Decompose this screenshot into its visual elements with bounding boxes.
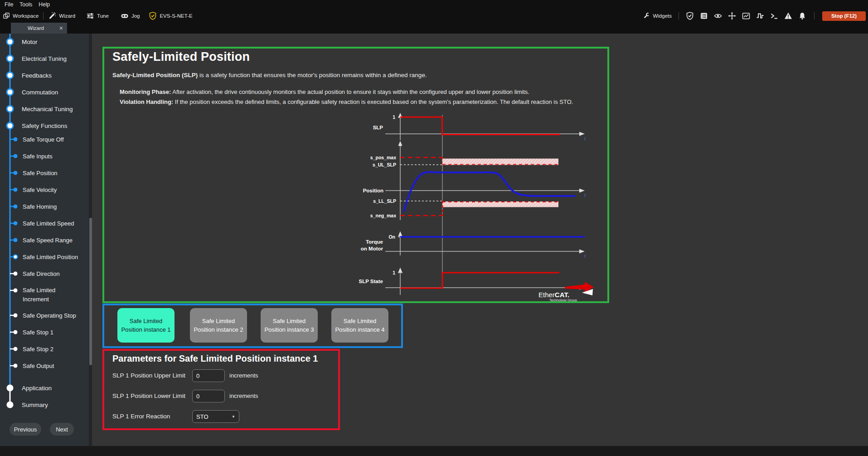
diagram-label-slp: SLP (373, 125, 383, 130)
violation-handling-text: Violation Handling: If the position exce… (120, 98, 573, 105)
slp-state-tick-1: 1 (393, 270, 395, 275)
jog-button[interactable]: Jog (121, 12, 140, 20)
sidebar-item-safe-output[interactable]: Safe Output (23, 363, 54, 369)
slp-state-signal (400, 273, 559, 288)
svg-text:Technology Group: Technology Group (549, 298, 577, 302)
sidebar-item-safe-stop-2[interactable]: Safe Stop 2 (23, 346, 53, 353)
param-row-upper-limit: SLP 1 Position Upper Limit increments (112, 369, 303, 382)
diagram-label-slp-state: SLP State (359, 279, 383, 284)
upper-limit-violation-band (442, 159, 558, 165)
wizard-pen-icon (48, 12, 56, 20)
instance-4-button[interactable]: Safe Limited Position instance 4 (331, 308, 388, 343)
instance-2-button[interactable]: Safe Limited Position instance 2 (190, 308, 247, 343)
move-icon[interactable] (728, 12, 736, 20)
svg-text:EtherCAT.: EtherCAT. (538, 291, 569, 299)
toolbar-separator (814, 12, 815, 20)
sidebar-item-safe-limited-speed[interactable]: Safe Limited Speed (23, 220, 74, 227)
sidebar-item-safe-velocity[interactable]: Safe Velocity (23, 186, 57, 193)
error-reaction-label: SLP 1 Error Reaction (112, 410, 170, 423)
main-content-panel: Safely-Limited Position Safely-Limited P… (92, 34, 868, 446)
lower-limit-label: SLP 1 Position Lower Limit (112, 389, 185, 403)
jog-gamepad-icon (121, 12, 129, 20)
sidebar-scrollbar-thumb[interactable] (89, 218, 92, 365)
time-axis-label: t (584, 135, 586, 142)
previous-button[interactable]: Previous (10, 423, 41, 436)
workspace-button[interactable]: Workspace (3, 12, 39, 20)
ethercat-logo: EtherCAT. Technology Group (538, 282, 594, 302)
stop-button[interactable]: Stop (F12) (822, 11, 866, 21)
sidebar-item-mechanical-tuning[interactable]: Mechanical Tuning (22, 106, 73, 113)
sidebar-item-application[interactable]: Application (22, 385, 52, 392)
monitoring-phase-text: Monitoring Phase: After activation, the … (120, 88, 529, 95)
toolbar-left: Workspace Wizard Tune (3, 9, 193, 23)
menu-tools[interactable]: Tools (19, 1, 32, 8)
sidebar-scrollbar-track (89, 34, 92, 446)
time-axis-label: t (584, 192, 586, 198)
close-icon[interactable]: × (59, 24, 63, 33)
diagram-label-s-ll-slp: s_LL_SLP (373, 198, 396, 204)
eye-icon[interactable] (714, 12, 722, 20)
device-shield-icon (149, 12, 157, 20)
sidebar-item-summary[interactable]: Summary (22, 402, 48, 408)
terminal-icon[interactable] (770, 12, 778, 20)
page-title: Safely-Limited Position (112, 50, 250, 64)
sidebar-item-safe-homing[interactable]: Safe Homing (23, 203, 57, 210)
slp-tick-1: 1 (393, 114, 395, 120)
sidebar-item-safe-torque-off[interactable]: Safe Torque Off (23, 136, 64, 143)
tab-wizard[interactable]: Wizard × (11, 23, 67, 34)
param-row-lower-limit: SLP 1 Position Lower Limit increments (112, 389, 303, 403)
toolbar-separator (679, 12, 679, 20)
wizard-button[interactable]: Wizard (48, 12, 75, 20)
chart-line-icon[interactable] (742, 12, 750, 20)
error-reaction-select[interactable]: STO ▼ (192, 410, 239, 423)
application-window: File Tools Help Workspace Wizard (0, 0, 868, 456)
tune-button[interactable]: Tune (86, 12, 109, 20)
sidebar-item-safety-functions[interactable]: Safety Functions (22, 123, 68, 129)
lower-limit-unit: increments (229, 389, 258, 403)
diagram-label-position: Position (363, 188, 383, 193)
sidebar-item-motor[interactable]: Motor (22, 39, 38, 45)
diagram-label-on-motor: on Motor (361, 246, 383, 251)
sidebar-item-safe-limited-position[interactable]: Safe Limited Position (23, 254, 78, 260)
next-button[interactable]: Next (50, 423, 74, 436)
workspace-icon (3, 12, 10, 20)
upper-limit-label: SLP 1 Position Upper Limit (112, 369, 185, 382)
menu-help[interactable]: Help (39, 1, 50, 8)
sidebar-item-safe-stop-1[interactable]: Safe Stop 1 (23, 329, 53, 336)
menubar: File Tools Help (0, 0, 868, 9)
lower-limit-input[interactable] (192, 390, 225, 402)
diagram-label-s-ul-slp: s_UL_SLP (373, 162, 396, 167)
sidebar-item-safe-inputs[interactable]: Safe Inputs (23, 153, 53, 160)
list-icon[interactable] (700, 12, 708, 20)
param-row-error-reaction: SLP 1 Error Reaction STO ▼ (112, 410, 303, 423)
lower-limit-violation-band (442, 201, 558, 207)
sidebar-item-commutation[interactable]: Commutation (22, 89, 58, 96)
sidebar-item-safe-speed-range[interactable]: Safe Speed Range (23, 237, 73, 244)
instance-1-button[interactable]: Safe Limited Position instance 1 (117, 308, 175, 343)
torque-tick-on: On (388, 234, 395, 240)
bell-icon[interactable] (798, 12, 806, 20)
instance-3-button[interactable]: Safe Limited Position instance 3 (261, 308, 318, 343)
wizard-sidebar: Motor Electrical Tuning Feedbacks Commut… (0, 34, 89, 446)
shield-check-icon[interactable] (686, 12, 694, 20)
menu-file[interactable]: File (5, 1, 13, 8)
sidebar-item-safe-direction[interactable]: Safe Direction (23, 270, 60, 277)
time-axis-label: t (584, 253, 586, 259)
sidebar-item-safe-limited-increment[interactable]: Safe Limited Increment (23, 286, 77, 304)
bottom-strip (0, 446, 868, 456)
parameters-heading: Parameters for Safe Limited Position ins… (112, 353, 318, 364)
toolbar-separator (43, 12, 44, 20)
sidebar-item-feedbacks[interactable]: Feedbacks (22, 72, 52, 79)
page-intro: Safely-Limited Position (SLP) is a safet… (112, 72, 427, 78)
sidebar-item-safe-operating-stop[interactable]: Safe Operating Stop (23, 312, 76, 319)
square-wave-icon[interactable] (756, 12, 764, 20)
sidebar-item-electrical-tuning[interactable]: Electrical Tuning (22, 55, 67, 62)
sidebar-item-safe-position[interactable]: Safe Position (23, 170, 58, 177)
upper-limit-input[interactable] (192, 369, 225, 382)
device-status[interactable]: EVS-S-NET-E (149, 12, 192, 20)
diagram-label-s-neg-max: s_neg_max (370, 213, 396, 218)
chevron-down-icon: ▼ (232, 415, 235, 419)
warning-icon[interactable] (784, 12, 792, 20)
tab-bar: Wizard × (0, 23, 868, 34)
widgets-button[interactable]: Widgets (643, 12, 672, 20)
